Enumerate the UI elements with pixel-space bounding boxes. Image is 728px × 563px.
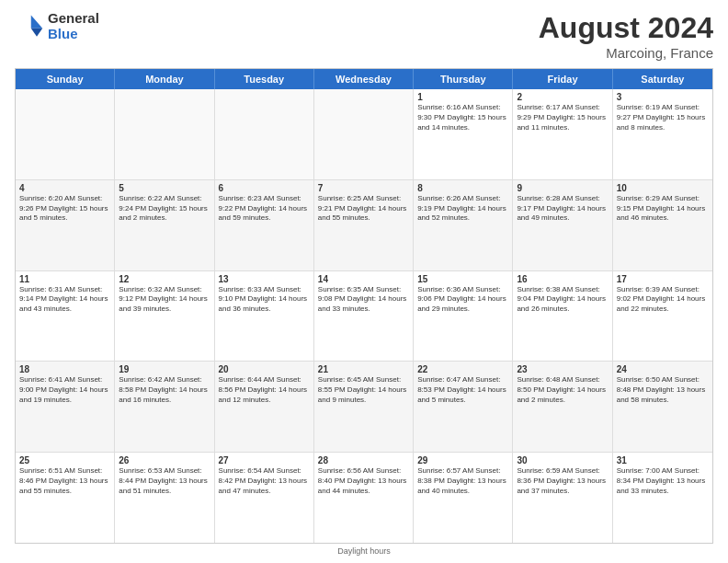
day-number: 1: [417, 92, 508, 102]
header-wednesday: Wednesday: [314, 69, 414, 89]
calendar-week-4: 18Sunrise: 6:41 AM Sunset: 9:00 PM Dayli…: [16, 362, 712, 453]
day-number: 25: [19, 455, 110, 465]
day-number: 20: [219, 364, 310, 374]
title-block: August 2024 Marcoing, France: [539, 11, 713, 61]
day-number: 18: [19, 364, 110, 374]
day-info: Sunrise: 7:00 AM Sunset: 8:34 PM Dayligh…: [617, 466, 709, 496]
day-number: 16: [517, 274, 608, 284]
svg-marker-0: [31, 15, 42, 28]
calendar-cell: 9Sunrise: 6:28 AM Sunset: 9:17 PM Daylig…: [513, 180, 612, 270]
day-number: 27: [219, 455, 310, 465]
header-thursday: Thursday: [414, 69, 513, 89]
day-number: 4: [19, 183, 110, 193]
calendar-week-1: 1Sunrise: 6:16 AM Sunset: 9:30 PM Daylig…: [16, 89, 712, 180]
calendar: Sunday Monday Tuesday Wednesday Thursday…: [15, 68, 713, 544]
header-sunday: Sunday: [16, 69, 115, 89]
day-number: 13: [219, 274, 310, 284]
day-number: 11: [19, 274, 110, 284]
calendar-cell: 29Sunrise: 6:57 AM Sunset: 8:38 PM Dayli…: [414, 453, 513, 543]
day-info: Sunrise: 6:36 AM Sunset: 9:06 PM Dayligh…: [417, 285, 508, 315]
calendar-cell: 12Sunrise: 6:32 AM Sunset: 9:12 PM Dayli…: [115, 271, 214, 362]
day-info: Sunrise: 6:51 AM Sunset: 8:46 PM Dayligh…: [19, 466, 110, 496]
calendar-cell: 5Sunrise: 6:22 AM Sunset: 9:24 PM Daylig…: [115, 180, 214, 270]
calendar-cell: 19Sunrise: 6:42 AM Sunset: 8:58 PM Dayli…: [115, 362, 214, 452]
day-number: 19: [119, 364, 210, 374]
calendar-cell: [115, 89, 214, 179]
calendar-cell: 28Sunrise: 6:56 AM Sunset: 8:40 PM Dayli…: [314, 453, 414, 543]
day-info: Sunrise: 6:42 AM Sunset: 8:58 PM Dayligh…: [119, 375, 210, 405]
calendar-cell: 8Sunrise: 6:26 AM Sunset: 9:19 PM Daylig…: [414, 180, 513, 270]
day-info: Sunrise: 6:44 AM Sunset: 8:56 PM Dayligh…: [219, 375, 310, 405]
day-info: Sunrise: 6:57 AM Sunset: 8:38 PM Dayligh…: [417, 466, 508, 496]
day-number: 28: [318, 455, 409, 465]
calendar-cell: 14Sunrise: 6:35 AM Sunset: 9:08 PM Dayli…: [314, 271, 414, 362]
calendar-cell: 7Sunrise: 6:25 AM Sunset: 9:21 PM Daylig…: [314, 180, 414, 270]
day-number: 6: [219, 183, 310, 193]
day-info: Sunrise: 6:48 AM Sunset: 8:50 PM Dayligh…: [517, 375, 608, 405]
logo-blue-text: Blue: [48, 27, 99, 42]
day-info: Sunrise: 6:38 AM Sunset: 9:04 PM Dayligh…: [517, 285, 608, 315]
day-number: 26: [119, 455, 210, 465]
day-number: 31: [617, 455, 709, 465]
calendar-week-5: 25Sunrise: 6:51 AM Sunset: 8:46 PM Dayli…: [16, 453, 712, 543]
logo: General Blue: [15, 11, 99, 41]
calendar-week-3: 11Sunrise: 6:31 AM Sunset: 9:14 PM Dayli…: [16, 271, 712, 362]
day-number: 30: [517, 455, 608, 465]
page: General Blue August 2024 Marcoing, Franc…: [0, 0, 728, 563]
calendar-cell: 25Sunrise: 6:51 AM Sunset: 8:46 PM Dayli…: [16, 453, 115, 543]
day-info: Sunrise: 6:45 AM Sunset: 8:55 PM Dayligh…: [318, 375, 409, 405]
title-month: August 2024: [539, 11, 713, 45]
calendar-cell: [215, 89, 314, 179]
calendar-week-2: 4Sunrise: 6:20 AM Sunset: 9:26 PM Daylig…: [16, 180, 712, 271]
calendar-cell: 17Sunrise: 6:39 AM Sunset: 9:02 PM Dayli…: [613, 271, 712, 362]
day-info: Sunrise: 6:26 AM Sunset: 9:19 PM Dayligh…: [417, 194, 508, 224]
calendar-cell: 3Sunrise: 6:19 AM Sunset: 9:27 PM Daylig…: [613, 89, 712, 179]
calendar-cell: 6Sunrise: 6:23 AM Sunset: 9:22 PM Daylig…: [215, 180, 314, 270]
day-number: 9: [517, 183, 608, 193]
day-info: Sunrise: 6:31 AM Sunset: 9:14 PM Dayligh…: [19, 285, 110, 315]
day-number: 2: [517, 92, 608, 102]
calendar-cell: 16Sunrise: 6:38 AM Sunset: 9:04 PM Dayli…: [513, 271, 612, 362]
day-number: 8: [417, 183, 508, 193]
day-number: 5: [119, 183, 210, 193]
svg-marker-1: [31, 28, 42, 36]
day-info: Sunrise: 6:54 AM Sunset: 8:42 PM Dayligh…: [219, 466, 310, 496]
day-info: Sunrise: 6:53 AM Sunset: 8:44 PM Dayligh…: [119, 466, 210, 496]
day-number: 24: [617, 364, 709, 374]
title-location: Marcoing, France: [539, 45, 713, 61]
day-info: Sunrise: 6:33 AM Sunset: 9:10 PM Dayligh…: [219, 285, 310, 315]
header-tuesday: Tuesday: [215, 69, 314, 89]
day-info: Sunrise: 6:35 AM Sunset: 9:08 PM Dayligh…: [318, 285, 409, 315]
calendar-cell: 10Sunrise: 6:29 AM Sunset: 9:15 PM Dayli…: [613, 180, 712, 270]
day-number: 17: [617, 274, 709, 284]
logo-text: General Blue: [48, 11, 99, 41]
calendar-cell: 26Sunrise: 6:53 AM Sunset: 8:44 PM Dayli…: [115, 453, 214, 543]
day-number: 22: [417, 364, 508, 374]
day-number: 14: [318, 274, 409, 284]
logo-icon: [15, 12, 44, 41]
header-monday: Monday: [115, 69, 214, 89]
day-info: Sunrise: 6:17 AM Sunset: 9:29 PM Dayligh…: [517, 103, 608, 132]
calendar-cell: 22Sunrise: 6:47 AM Sunset: 8:53 PM Dayli…: [414, 362, 513, 452]
day-info: Sunrise: 6:59 AM Sunset: 8:36 PM Dayligh…: [517, 466, 608, 496]
calendar-cell: 18Sunrise: 6:41 AM Sunset: 9:00 PM Dayli…: [16, 362, 115, 452]
day-info: Sunrise: 6:25 AM Sunset: 9:21 PM Dayligh…: [318, 194, 409, 224]
day-info: Sunrise: 6:39 AM Sunset: 9:02 PM Dayligh…: [617, 285, 709, 315]
day-number: 23: [517, 364, 608, 374]
day-number: 29: [417, 455, 508, 465]
calendar-cell: 21Sunrise: 6:45 AM Sunset: 8:55 PM Dayli…: [314, 362, 414, 452]
header-friday: Friday: [513, 69, 612, 89]
calendar-cell: 27Sunrise: 6:54 AM Sunset: 8:42 PM Dayli…: [215, 453, 314, 543]
calendar-cell: 31Sunrise: 7:00 AM Sunset: 8:34 PM Dayli…: [613, 453, 712, 543]
calendar-cell: 20Sunrise: 6:44 AM Sunset: 8:56 PM Dayli…: [215, 362, 314, 452]
calendar-cell: 15Sunrise: 6:36 AM Sunset: 9:06 PM Dayli…: [414, 271, 513, 362]
day-number: 12: [119, 274, 210, 284]
day-info: Sunrise: 6:56 AM Sunset: 8:40 PM Dayligh…: [318, 466, 409, 496]
day-info: Sunrise: 6:47 AM Sunset: 8:53 PM Dayligh…: [417, 375, 508, 405]
day-info: Sunrise: 6:19 AM Sunset: 9:27 PM Dayligh…: [617, 103, 709, 132]
calendar-header: Sunday Monday Tuesday Wednesday Thursday…: [16, 69, 712, 89]
day-number: 7: [318, 183, 409, 193]
calendar-cell: 30Sunrise: 6:59 AM Sunset: 8:36 PM Dayli…: [513, 453, 612, 543]
calendar-cell: 24Sunrise: 6:50 AM Sunset: 8:48 PM Dayli…: [613, 362, 712, 452]
svg-rect-2: [17, 15, 31, 36]
